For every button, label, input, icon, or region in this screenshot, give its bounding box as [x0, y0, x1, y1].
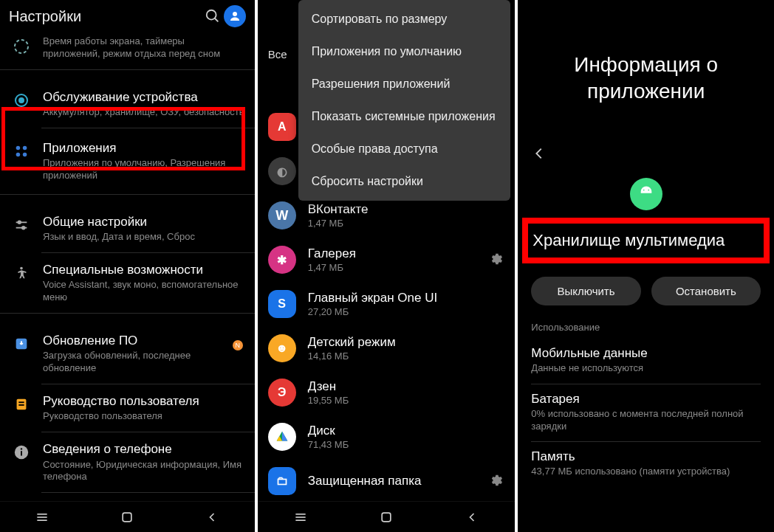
row-mobile-data[interactable]: Мобильные данные Данные не используются [518, 339, 774, 384]
settings-sub: Приложения по умолчанию, Разрешения прил… [43, 157, 244, 182]
app-icon: Э [268, 379, 296, 407]
settings-sub: Состояние, Юридическая информация, Имя т… [43, 459, 244, 484]
svg-point-34 [643, 189, 645, 190]
back-button[interactable] [203, 508, 221, 526]
section-usage-label: Использование [518, 319, 774, 339]
settings-title: Специальные возможности [43, 262, 244, 277]
menu-special-access[interactable]: Особые права доступа [298, 133, 511, 165]
settings-item-device-care[interactable]: Обслуживание устройства Аккумулятор, хра… [0, 80, 255, 128]
row-title: Батарея [531, 392, 761, 407]
app-icon [268, 423, 296, 451]
gear-icon[interactable] [488, 473, 504, 489]
context-menu: Сортировать по размеру Приложения по умо… [298, 0, 511, 201]
app-icon-row [518, 178, 774, 210]
disable-button[interactable]: Выключить [531, 277, 640, 305]
back-button[interactable] [463, 508, 481, 526]
settings-title: Руководство пользователя [43, 393, 244, 409]
settings-item-manual[interactable]: Руководство пользователя Руководство пол… [0, 384, 255, 432]
settings-title: Приложения [43, 140, 244, 156]
app-size: 71,43 МБ [308, 439, 505, 450]
app-name: Диск [308, 424, 505, 438]
settings-list[interactable]: Время работы экрана, таймеры приложений,… [0, 32, 255, 501]
menu-sort-by-size[interactable]: Сортировать по размеру [298, 3, 511, 35]
app-size: 14,16 МБ [308, 350, 505, 362]
app-name: Галерея [308, 246, 489, 261]
menu-default-apps[interactable]: Приложения по умолчанию [298, 35, 511, 68]
app-row[interactable]: ☻ Детский режим 14,16 МБ [258, 326, 516, 370]
settings-title: Сведения о телефоне [43, 441, 244, 457]
app-row[interactable]: 🗀 Защищенная папка [258, 459, 516, 501]
settings-item-general[interactable]: Общие настройки Язык и ввод, Дата и врем… [0, 205, 255, 252]
app-name: Дзен [308, 379, 505, 394]
row-sub: 0% использовано с момента последней полн… [531, 408, 761, 433]
settings-title: Общие настройки [43, 214, 244, 229]
settings-screen: Настройки Время работы экрана, таймеры п… [0, 0, 255, 532]
app-row[interactable]: Э Дзен 19,55 МБ [258, 370, 516, 415]
row-sub: Данные не используются [531, 362, 761, 375]
apps-screen: Все Сортировать по размеру Приложения по… [258, 0, 516, 532]
app-size: 1,47 МБ [308, 218, 505, 229]
navbar [258, 501, 516, 532]
app-size: 1,47 МБ [308, 262, 489, 273]
settings-sub: Voice Assistant, звук моно, вспомогатель… [43, 279, 244, 304]
gear-icon[interactable] [488, 252, 504, 268]
recents-button[interactable] [33, 508, 51, 526]
row-battery[interactable]: Батарея 0% использовано с момента послед… [518, 384, 774, 442]
settings-item-software-update[interactable]: Обновление ПО Загрузка обновлений, после… [0, 324, 255, 384]
svg-point-13 [22, 227, 25, 229]
wellbeing-icon [10, 35, 32, 58]
force-stop-button[interactable]: Остановить [651, 277, 761, 305]
app-row[interactable]: S Главный экран One UI 27,20 МБ [258, 282, 516, 326]
app-row[interactable]: ✱ Галерея 1,47 МБ [258, 238, 516, 282]
app-name: Детский режим [308, 335, 505, 350]
home-button[interactable] [118, 508, 136, 526]
settings-item-apps[interactable]: Приложения Приложения по умолчанию, Разр… [0, 128, 255, 194]
app-icon: W [268, 201, 296, 229]
svg-line-1 [214, 18, 218, 22]
app-size: 19,55 МБ [308, 395, 505, 406]
app-icon: 🗀 [268, 467, 296, 495]
svg-marker-28 [282, 432, 287, 441]
row-title: Мобильные данные [531, 346, 761, 361]
update-icon [10, 333, 32, 355]
app-icon: S [268, 290, 296, 318]
highlight-app-name: Хранилище мультимедиа [522, 218, 770, 263]
settings-sub: Язык и ввод, Дата и время, Сброс [43, 231, 244, 243]
avatar[interactable] [224, 5, 246, 27]
settings-item-developer[interactable]: Параметры разработчика Параметры разрабо… [0, 493, 255, 501]
menu-reset-settings[interactable]: Сбросить настройки [298, 165, 511, 198]
row-storage[interactable]: Память 43,77 МБ использовано (памяти уст… [518, 442, 774, 487]
app-icon: ☻ [268, 334, 296, 362]
app-info-screen: Информация о приложении Хранилище мульти… [518, 0, 774, 532]
settings-item-digital-wellbeing[interactable]: Время работы экрана, таймеры приложений,… [0, 32, 255, 69]
back-button[interactable] [518, 135, 774, 172]
svg-point-9 [23, 153, 27, 157]
svg-point-35 [648, 189, 649, 190]
app-name: Главный экран One UI [308, 291, 505, 305]
app-icon: ◐ [268, 157, 296, 185]
svg-rect-17 [18, 401, 24, 403]
svg-rect-20 [21, 451, 22, 455]
action-buttons: Выключить Остановить [518, 263, 774, 319]
header: Настройки [0, 0, 255, 32]
settings-item-about[interactable]: Сведения о телефоне Состояние, Юридическ… [0, 432, 255, 492]
recents-button[interactable] [292, 508, 309, 526]
svg-point-0 [206, 10, 216, 20]
svg-rect-26 [123, 513, 131, 522]
home-button[interactable] [377, 508, 395, 526]
manual-icon [10, 393, 32, 415]
app-row[interactable]: Диск 71,43 МБ [258, 415, 516, 459]
svg-point-7 [23, 146, 27, 151]
notification-badge: N [233, 340, 243, 350]
menu-show-system-apps[interactable]: Показать системные приложения [298, 100, 511, 133]
svg-point-5 [19, 98, 24, 103]
app-icon: ✱ [268, 246, 296, 274]
row-title: Память [531, 449, 761, 464]
svg-point-12 [18, 221, 21, 224]
device-care-icon [10, 89, 32, 111]
android-icon [630, 178, 662, 210]
settings-item-accessibility[interactable]: Специальные возможности Voice Assistant,… [0, 253, 255, 313]
search-icon[interactable] [202, 5, 224, 27]
settings-sub: Загрузка обновлений, последнее обновлени… [43, 350, 244, 375]
menu-app-permissions[interactable]: Разрешения приложений [298, 68, 511, 100]
